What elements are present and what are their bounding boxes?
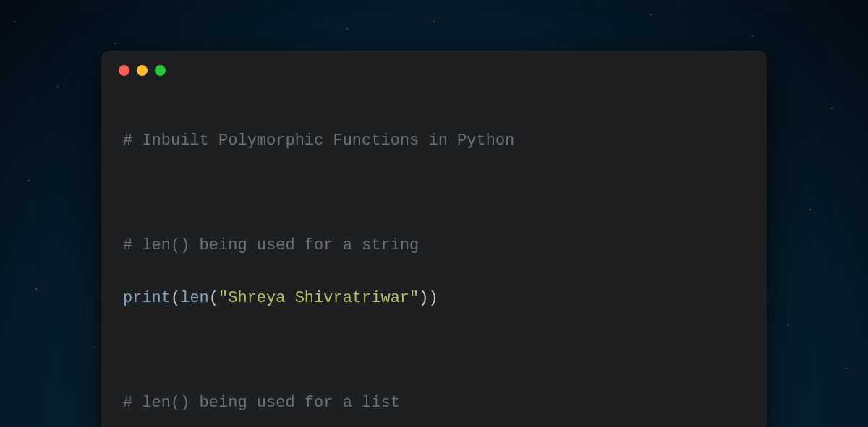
titlebar	[101, 51, 767, 82]
paren-close: )	[419, 289, 428, 307]
paren-open: (	[209, 289, 218, 307]
comment-text: # Inbuilt Polymorphic Functions in Pytho…	[123, 131, 514, 150]
code-line-1: # Inbuilt Polymorphic Functions in Pytho…	[123, 128, 745, 154]
code-line-3: print(len("Shreya Shivratriwar"))	[123, 285, 745, 311]
comment-text: # len() being used for a list	[123, 394, 400, 412]
minimize-icon[interactable]	[137, 65, 148, 76]
code-window: # Inbuilt Polymorphic Functions in Pytho…	[101, 51, 767, 427]
comment-text: # len() being used for a string	[123, 236, 419, 254]
code-line-2: # len() being used for a string	[123, 233, 745, 259]
blank-line	[123, 338, 745, 364]
blank-line	[123, 181, 745, 207]
code-editor: # Inbuilt Polymorphic Functions in Pytho…	[101, 82, 767, 427]
fn-print: print	[123, 289, 171, 307]
zoom-icon[interactable]	[155, 65, 166, 76]
close-icon[interactable]	[119, 65, 129, 76]
paren-open: (	[171, 289, 180, 307]
fn-len: len	[180, 289, 209, 307]
code-line-4: # len() being used for a list	[123, 390, 745, 416]
paren-close: )	[428, 289, 438, 307]
string-literal: "Shreya Shivratriwar"	[218, 289, 419, 307]
